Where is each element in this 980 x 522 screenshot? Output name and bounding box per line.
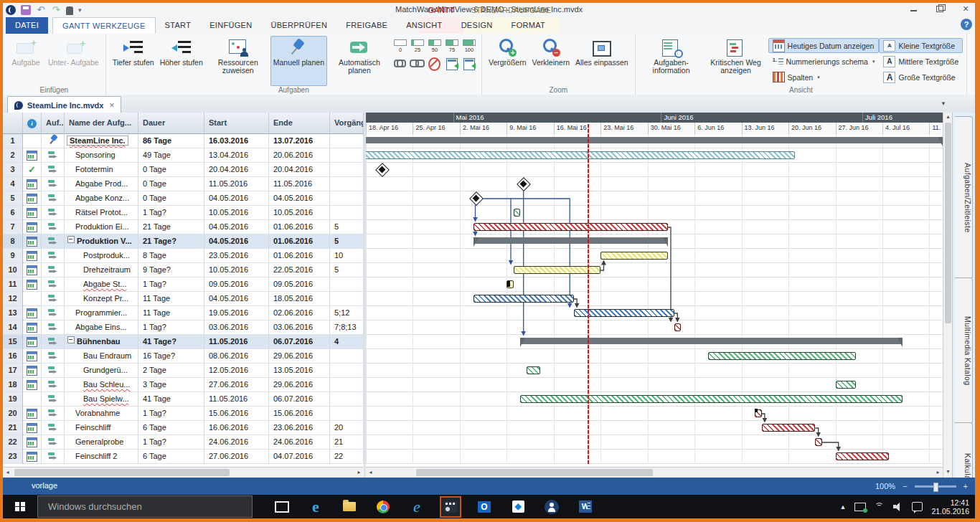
task-bar-green[interactable]: [708, 352, 856, 360]
task-bar-green[interactable]: [520, 395, 903, 403]
scrollbar-thumb[interactable]: [416, 469, 653, 476]
cell-dauer[interactable]: 6 Tage: [138, 450, 204, 464]
table-row[interactable]: 21Feinschliff6 Tage16.06.201623.06.20162…: [3, 421, 364, 435]
cell-auf[interactable]: [42, 378, 65, 392]
expand-collapse-icon[interactable]: [67, 236, 75, 243]
table-row[interactable]: 15Bühnenbau41 Tage?11.05.201606.07.20164: [3, 335, 364, 349]
cell-start[interactable]: 27.06.2016: [204, 450, 269, 464]
cell-dauer[interactable]: 0 Tage: [138, 191, 204, 206]
cell-info[interactable]: [23, 407, 42, 421]
text-medium-button[interactable]: AMittlere Textgröße: [879, 54, 963, 69]
cell-start[interactable]: 10.05.2016: [204, 206, 269, 220]
tab-start[interactable]: START: [156, 17, 201, 34]
tab-ansicht[interactable]: ANSICHT: [397, 17, 451, 34]
row-number[interactable]: 8: [3, 234, 23, 249]
zoom-slider[interactable]: [915, 485, 956, 488]
side-tab-aufgaben-zeitleiste[interactable]: Aufgaben/Zeitleiste: [955, 116, 973, 279]
cell-ende[interactable]: 15.06.2016: [269, 407, 330, 421]
row-number[interactable]: 13: [3, 306, 23, 321]
row-number[interactable]: 7: [3, 220, 23, 234]
cell-dauer[interactable]: 6 Tage: [138, 421, 204, 435]
cell-vorg[interactable]: [330, 134, 364, 148]
row-number[interactable]: 17: [3, 364, 23, 378]
gantt-horizontal-scrollbar[interactable]: ◂ ▸: [366, 467, 943, 478]
cell-auf[interactable]: [42, 249, 65, 263]
progress-100-button[interactable]: 100: [463, 39, 476, 53]
progress-50-button[interactable]: 50: [428, 39, 441, 53]
summary-bar[interactable]: [473, 237, 668, 244]
scroll-right-icon[interactable]: ▸: [354, 468, 364, 477]
row-number[interactable]: 12: [3, 292, 23, 306]
cell-auf[interactable]: [42, 234, 65, 249]
pin-button[interactable]: Manuell planen: [270, 36, 327, 86]
cell-auf[interactable]: [42, 450, 65, 464]
auto-schedule-button[interactable]: Automatisch planen: [327, 36, 392, 86]
table-row[interactable]: 17Grundgerü...2 Tage12.05.201613.05.2016: [3, 364, 364, 378]
cell-start[interactable]: 12.05.2016: [204, 364, 269, 378]
table-row[interactable]: 22Generalprobe1 Tag?24.06.201624.06.2016…: [3, 435, 364, 450]
task-bar-blue[interactable]: [574, 309, 674, 317]
scroll-left-icon[interactable]: ◂: [366, 468, 375, 477]
cell-task-name[interactable]: Produktion V...: [65, 234, 138, 249]
cell-ende[interactable]: 11.05.2016: [269, 177, 330, 191]
document-tab[interactable]: SteamLine Inc.mvdx ×: [7, 96, 121, 113]
cell-vorg[interactable]: [330, 148, 364, 163]
cell-auf[interactable]: [42, 148, 65, 163]
unlink-button[interactable]: [411, 57, 424, 70]
table-row[interactable]: 6Rätsel Protot...1 Tag?10.05.201610.05.2…: [3, 206, 364, 220]
cell-info[interactable]: [23, 349, 42, 364]
cell-ende[interactable]: 01.06.2016: [269, 234, 330, 249]
tray-expand-icon[interactable]: ▲: [840, 503, 847, 511]
cell-vorg[interactable]: [330, 364, 364, 378]
cell-start[interactable]: 15.06.2016: [204, 407, 269, 421]
cell-start[interactable]: 24.06.2016: [204, 435, 269, 450]
cell-vorg[interactable]: [330, 277, 364, 292]
cell-ende[interactable]: 29.06.2016: [269, 349, 330, 364]
cell-auf[interactable]: [42, 321, 65, 335]
tab-datei[interactable]: DATEI: [6, 17, 48, 34]
cell-info[interactable]: [23, 177, 42, 191]
cell-auf[interactable]: [42, 421, 65, 435]
cell-vorg[interactable]: [330, 177, 364, 191]
cell-info[interactable]: [23, 292, 42, 306]
cell-auf[interactable]: [42, 134, 65, 148]
cell-vorg[interactable]: [330, 392, 364, 407]
cell-start[interactable]: 03.06.2016: [204, 321, 269, 335]
row-number[interactable]: 1: [3, 134, 23, 148]
cell-auf[interactable]: [42, 191, 65, 206]
table-row[interactable]: 5Abgabe Konz...0 Tage04.05.201604.05.201…: [3, 191, 364, 206]
cell-task-name[interactable]: Drehzeitraum: [65, 263, 138, 277]
cell-dauer[interactable]: 86 Tage: [138, 134, 204, 148]
taskbar-clock[interactable]: 12:41 21.05.2016: [931, 498, 969, 516]
cell-start[interactable]: 04.05.2016: [204, 191, 269, 206]
cell-vorg[interactable]: 4: [330, 335, 364, 349]
column-header-auf[interactable]: Auf...: [42, 113, 65, 134]
cell-vorg[interactable]: 20: [330, 421, 364, 435]
cell-dauer[interactable]: 9 Tage?: [138, 263, 204, 277]
text-small-button[interactable]: AKleine Textgröße: [879, 38, 963, 53]
cell-task-name[interactable]: Programmier...: [65, 306, 138, 321]
taskbar-app-chrome[interactable]: [372, 496, 394, 518]
column-header-vorg[interactable]: Vorgänger: [330, 113, 364, 134]
row-number[interactable]: 23: [3, 450, 23, 464]
row-number[interactable]: 16: [3, 349, 23, 364]
cell-start[interactable]: 19.05.2016: [204, 306, 269, 321]
table-row[interactable]: 16Bau Endraum16 Tage?08.06.201629.06.201…: [3, 349, 364, 364]
cell-task-name[interactable]: Bau Schleu...: [65, 378, 138, 392]
cell-ende[interactable]: 02.06.2016: [269, 306, 330, 321]
cell-ende[interactable]: 23.06.2016: [269, 421, 330, 435]
row-number[interactable]: 4: [3, 177, 23, 191]
cell-vorg[interactable]: 10: [330, 249, 364, 263]
fit-all-button[interactable]: Alles einpassen: [573, 36, 631, 86]
cell-dauer[interactable]: 11 Tage: [138, 306, 204, 321]
cell-start[interactable]: 23.05.2016: [204, 249, 269, 263]
cell-info[interactable]: [23, 421, 42, 435]
cell-start[interactable]: 10.05.2016: [204, 263, 269, 277]
task-bar-green[interactable]: [527, 366, 540, 374]
cell-start[interactable]: 20.04.2016: [204, 163, 269, 177]
table-row[interactable]: 9Postproduk...8 Tage23.05.201601.06.2016…: [3, 249, 364, 263]
table-row[interactable]: 14Abgabe Eins...1 Tag?03.06.201603.06.20…: [3, 321, 364, 335]
cell-ende[interactable]: 01.06.2016: [269, 249, 330, 263]
cell-auf[interactable]: [42, 392, 65, 407]
table-row[interactable]: 1SteamLine Inc.86 Tage16.03.201613.07.20…: [3, 134, 364, 148]
